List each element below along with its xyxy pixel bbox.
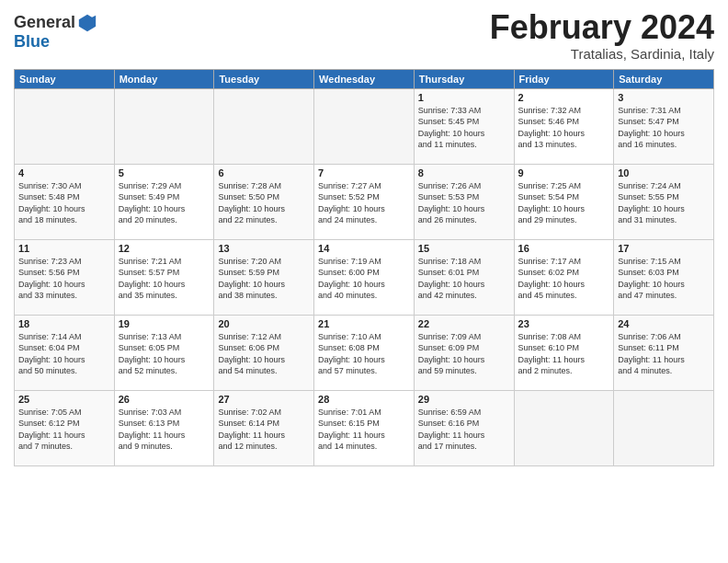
day-info: Sunrise: 7:03 AM Sunset: 6:13 PM Dayligh… [119, 407, 210, 453]
calendar-cell: 17Sunrise: 7:15 AM Sunset: 6:03 PM Dayli… [614, 239, 714, 315]
calendar-cell: 2Sunrise: 7:32 AM Sunset: 5:46 PM Daylig… [514, 88, 614, 164]
calendar-cell: 9Sunrise: 7:25 AM Sunset: 5:54 PM Daylig… [514, 164, 614, 239]
day-info: Sunrise: 7:20 AM Sunset: 5:59 PM Dayligh… [218, 256, 310, 302]
calendar-cell: 22Sunrise: 7:09 AM Sunset: 6:09 PM Dayli… [414, 315, 514, 390]
day-number: 9 [518, 167, 610, 178]
weekday-header-wednesday: Wednesday [314, 69, 415, 88]
day-info: Sunrise: 7:10 AM Sunset: 6:08 PM Dayligh… [318, 331, 410, 377]
day-info: Sunrise: 7:23 AM Sunset: 5:56 PM Dayligh… [18, 256, 110, 302]
day-info: Sunrise: 7:15 AM Sunset: 6:03 PM Dayligh… [618, 256, 710, 302]
title-block: February 2024 Tratalias, Sardinia, Italy [490, 9, 714, 62]
calendar-cell: 8Sunrise: 7:26 AM Sunset: 5:53 PM Daylig… [414, 164, 514, 239]
weekday-header-monday: Monday [114, 69, 214, 88]
day-number: 7 [318, 167, 410, 178]
calendar-week-0: 1Sunrise: 7:33 AM Sunset: 5:45 PM Daylig… [15, 88, 714, 164]
calendar-cell: 25Sunrise: 7:05 AM Sunset: 6:12 PM Dayli… [15, 390, 115, 465]
day-number: 8 [418, 167, 510, 178]
weekday-header-thursday: Thursday [414, 69, 514, 88]
logo-general-text: General [14, 14, 75, 32]
calendar-cell: 15Sunrise: 7:18 AM Sunset: 6:01 PM Dayli… [414, 239, 514, 315]
day-number: 21 [318, 318, 410, 329]
day-info: Sunrise: 7:24 AM Sunset: 5:55 PM Dayligh… [618, 180, 710, 226]
day-number: 11 [18, 243, 110, 254]
calendar-week-1: 4Sunrise: 7:30 AM Sunset: 5:48 PM Daylig… [15, 164, 714, 239]
day-info: Sunrise: 7:18 AM Sunset: 6:01 PM Dayligh… [418, 256, 510, 302]
day-info: Sunrise: 7:32 AM Sunset: 5:46 PM Dayligh… [518, 105, 610, 151]
calendar-cell: 21Sunrise: 7:10 AM Sunset: 6:08 PM Dayli… [314, 315, 415, 390]
day-info: Sunrise: 7:21 AM Sunset: 5:57 PM Dayligh… [119, 256, 210, 302]
day-number: 25 [18, 394, 110, 405]
day-number: 13 [218, 243, 310, 254]
calendar-cell [114, 88, 214, 164]
day-number: 16 [518, 243, 610, 254]
day-info: Sunrise: 6:59 AM Sunset: 6:16 PM Dayligh… [418, 407, 510, 453]
day-info: Sunrise: 7:28 AM Sunset: 5:50 PM Dayligh… [218, 180, 310, 226]
day-number: 15 [418, 243, 510, 254]
calendar-cell: 16Sunrise: 7:17 AM Sunset: 6:02 PM Dayli… [514, 239, 614, 315]
calendar-cell [15, 88, 115, 164]
day-info: Sunrise: 7:33 AM Sunset: 5:45 PM Dayligh… [418, 105, 510, 151]
day-number: 27 [218, 394, 310, 405]
day-info: Sunrise: 7:27 AM Sunset: 5:52 PM Dayligh… [318, 180, 410, 226]
calendar-cell: 7Sunrise: 7:27 AM Sunset: 5:52 PM Daylig… [314, 164, 415, 239]
month-title: February 2024 [490, 9, 714, 46]
day-number: 20 [218, 318, 310, 329]
day-info: Sunrise: 7:17 AM Sunset: 6:02 PM Dayligh… [518, 256, 610, 302]
calendar-cell [614, 390, 714, 465]
day-number: 18 [18, 318, 110, 329]
day-number: 26 [119, 394, 210, 405]
day-info: Sunrise: 7:12 AM Sunset: 6:06 PM Dayligh… [218, 331, 310, 377]
calendar-cell: 26Sunrise: 7:03 AM Sunset: 6:13 PM Dayli… [114, 390, 214, 465]
day-number: 22 [418, 318, 510, 329]
day-info: Sunrise: 7:01 AM Sunset: 6:15 PM Dayligh… [318, 407, 410, 453]
calendar-header-row: SundayMondayTuesdayWednesdayThursdayFrid… [15, 69, 714, 88]
calendar-week-4: 25Sunrise: 7:05 AM Sunset: 6:12 PM Dayli… [15, 390, 714, 465]
day-info: Sunrise: 7:26 AM Sunset: 5:53 PM Dayligh… [418, 180, 510, 226]
calendar-cell: 6Sunrise: 7:28 AM Sunset: 5:50 PM Daylig… [214, 164, 314, 239]
logo-blue-text: Blue [14, 32, 50, 51]
calendar-week-3: 18Sunrise: 7:14 AM Sunset: 6:04 PM Dayli… [15, 315, 714, 390]
day-info: Sunrise: 7:25 AM Sunset: 5:54 PM Dayligh… [518, 180, 610, 226]
day-info: Sunrise: 7:13 AM Sunset: 6:05 PM Dayligh… [119, 331, 210, 377]
day-number: 12 [119, 243, 210, 254]
day-info: Sunrise: 7:30 AM Sunset: 5:48 PM Dayligh… [18, 180, 110, 226]
day-info: Sunrise: 7:08 AM Sunset: 6:10 PM Dayligh… [518, 331, 610, 377]
logo-icon [77, 13, 97, 33]
day-number: 3 [618, 92, 710, 103]
calendar-cell: 27Sunrise: 7:02 AM Sunset: 6:14 PM Dayli… [214, 390, 314, 465]
calendar-table: SundayMondayTuesdayWednesdayThursdayFrid… [14, 69, 714, 466]
calendar-cell: 10Sunrise: 7:24 AM Sunset: 5:55 PM Dayli… [614, 164, 714, 239]
weekday-header-friday: Friday [514, 69, 614, 88]
day-number: 5 [119, 167, 210, 178]
day-info: Sunrise: 7:14 AM Sunset: 6:04 PM Dayligh… [18, 331, 110, 377]
calendar-week-2: 11Sunrise: 7:23 AM Sunset: 5:56 PM Dayli… [15, 239, 714, 315]
weekday-header-sunday: Sunday [15, 69, 115, 88]
day-number: 10 [618, 167, 710, 178]
calendar-cell: 29Sunrise: 6:59 AM Sunset: 6:16 PM Dayli… [414, 390, 514, 465]
weekday-header-saturday: Saturday [614, 69, 714, 88]
day-info: Sunrise: 7:02 AM Sunset: 6:14 PM Dayligh… [218, 407, 310, 453]
calendar-cell: 4Sunrise: 7:30 AM Sunset: 5:48 PM Daylig… [15, 164, 115, 239]
calendar-cell: 20Sunrise: 7:12 AM Sunset: 6:06 PM Dayli… [214, 315, 314, 390]
day-info: Sunrise: 7:09 AM Sunset: 6:09 PM Dayligh… [418, 331, 510, 377]
day-number: 14 [318, 243, 410, 254]
day-info: Sunrise: 7:19 AM Sunset: 6:00 PM Dayligh… [318, 256, 410, 302]
calendar-cell: 13Sunrise: 7:20 AM Sunset: 5:59 PM Dayli… [214, 239, 314, 315]
calendar-cell: 12Sunrise: 7:21 AM Sunset: 5:57 PM Dayli… [114, 239, 214, 315]
location: Tratalias, Sardinia, Italy [490, 46, 714, 62]
calendar-cell: 23Sunrise: 7:08 AM Sunset: 6:10 PM Dayli… [514, 315, 614, 390]
day-number: 6 [218, 167, 310, 178]
calendar-cell [314, 88, 415, 164]
calendar-cell [214, 88, 314, 164]
calendar-cell: 24Sunrise: 7:06 AM Sunset: 6:11 PM Dayli… [614, 315, 714, 390]
calendar-cell [514, 390, 614, 465]
day-info: Sunrise: 7:06 AM Sunset: 6:11 PM Dayligh… [618, 331, 710, 377]
calendar-cell: 5Sunrise: 7:29 AM Sunset: 5:49 PM Daylig… [114, 164, 214, 239]
day-info: Sunrise: 7:29 AM Sunset: 5:49 PM Dayligh… [119, 180, 210, 226]
calendar-cell: 19Sunrise: 7:13 AM Sunset: 6:05 PM Dayli… [114, 315, 214, 390]
day-number: 23 [518, 318, 610, 329]
calendar-cell: 14Sunrise: 7:19 AM Sunset: 6:00 PM Dayli… [314, 239, 415, 315]
calendar-cell: 28Sunrise: 7:01 AM Sunset: 6:15 PM Dayli… [314, 390, 415, 465]
weekday-header-tuesday: Tuesday [214, 69, 314, 88]
calendar-cell: 11Sunrise: 7:23 AM Sunset: 5:56 PM Dayli… [15, 239, 115, 315]
